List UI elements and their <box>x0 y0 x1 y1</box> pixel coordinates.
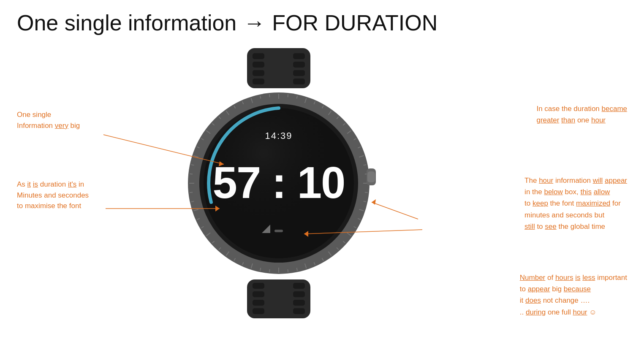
main-content: 14:39 57 : 10 <box>0 44 644 358</box>
svg-rect-80 <box>367 171 375 182</box>
right-top-text: In case the duration becamegreater than … <box>536 105 627 124</box>
annotation-right-top: In case the duration becamegreater than … <box>536 103 627 126</box>
svg-line-92 <box>372 202 418 219</box>
annotation-right-bottom: Number of hours is less importantto appe… <box>520 272 627 318</box>
svg-line-47 <box>297 268 297 271</box>
svg-rect-6 <box>293 62 305 68</box>
svg-rect-5 <box>293 53 305 59</box>
svg-line-77 <box>260 96 261 99</box>
right-bottom-text: Number of hours is less importantto appe… <box>520 274 627 316</box>
svg-rect-15 <box>293 300 305 306</box>
svg-rect-17 <box>293 308 305 314</box>
svg-rect-13 <box>293 291 305 297</box>
svg-rect-11 <box>293 283 305 289</box>
watch-image: 14:39 57 : 10 <box>182 48 376 318</box>
title-part1: One single information <box>17 10 236 35</box>
svg-rect-4 <box>253 79 264 84</box>
svg-line-50 <box>269 269 270 272</box>
svg-line-48 <box>288 269 288 272</box>
svg-rect-2 <box>253 62 264 68</box>
svg-rect-8 <box>293 79 305 84</box>
annotation-left-top: One singleInformation very big <box>17 109 80 131</box>
svg-rect-10 <box>253 283 264 289</box>
svg-line-51 <box>260 268 261 271</box>
annotation-left-bottom: As it is duration it's inMinutes and sec… <box>17 179 89 212</box>
svg-line-32 <box>364 165 367 165</box>
svg-line-62 <box>191 201 194 202</box>
svg-point-87 <box>204 108 354 258</box>
svg-rect-3 <box>253 70 264 76</box>
svg-line-65 <box>190 174 193 174</box>
watch-svg: 14:39 57 : 10 <box>182 48 376 318</box>
left-top-text: One singleInformation very big <box>17 111 80 130</box>
svg-line-20 <box>288 94 288 97</box>
svg-line-66 <box>191 165 194 165</box>
svg-rect-1 <box>253 53 264 59</box>
svg-line-78 <box>269 94 270 97</box>
svg-line-63 <box>190 192 193 193</box>
right-middle-text: The hour information will appearin the b… <box>524 176 627 231</box>
title-part2: FOR DURATION <box>272 10 437 35</box>
svg-line-36 <box>364 201 367 202</box>
svg-rect-14 <box>253 300 264 306</box>
svg-rect-12 <box>253 291 264 297</box>
svg-rect-16 <box>253 308 264 314</box>
title-arrow: → <box>243 10 265 35</box>
svg-rect-7 <box>293 70 305 76</box>
annotation-right-middle: The hour information will appearin the b… <box>524 175 627 232</box>
left-bottom-text: As it is duration it's inMinutes and sec… <box>17 180 89 210</box>
svg-line-21 <box>297 96 297 99</box>
page-title: One single information → FOR DURATION <box>0 0 644 40</box>
svg-line-35 <box>365 192 368 193</box>
